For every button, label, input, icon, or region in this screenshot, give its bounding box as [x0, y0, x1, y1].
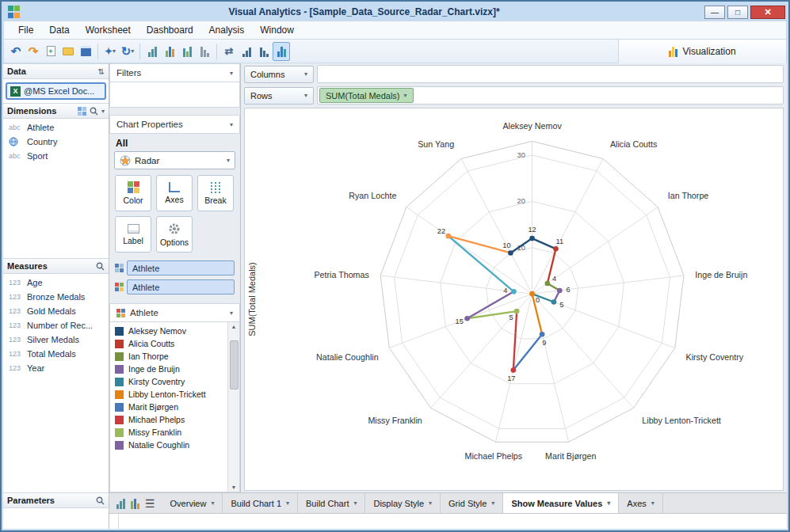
tab-axes[interactable]: Axes▾ [619, 493, 662, 513]
menu-data[interactable]: Data [41, 22, 77, 38]
search-icon[interactable] [96, 496, 105, 505]
dimension-country[interactable]: Country [3, 135, 109, 149]
close-button[interactable]: ✕ [750, 6, 785, 19]
chevron-down-icon[interactable]: ▾ [101, 108, 105, 115]
visualization-tab[interactable]: Visualization [618, 40, 786, 63]
tab-grid-style[interactable]: Grid Style▾ [441, 493, 503, 513]
legend-item[interactable]: Kirsty Coventry [110, 375, 227, 388]
menu-worksheet[interactable]: Worksheet [78, 22, 139, 38]
open-button[interactable] [59, 42, 77, 61]
minimize-button[interactable]: — [704, 6, 725, 19]
legend-header[interactable]: Athlete ▾ [109, 303, 240, 322]
measure-gold-medals[interactable]: 123Gold Medals [3, 304, 109, 318]
chart-lines-button[interactable] [196, 42, 213, 61]
label-button[interactable]: Label [115, 216, 151, 253]
show-chart-button[interactable] [273, 42, 290, 61]
chart-type-select[interactable]: Radar ▾ [114, 151, 235, 169]
sort-ascending-button[interactable] [238, 42, 255, 61]
rows-field-pill[interactable]: SUM(Total Medals) ▾ [319, 88, 414, 103]
scroll-up-icon[interactable]: ▲ [231, 324, 237, 329]
123-icon: 123 [9, 307, 23, 315]
undo-button[interactable]: ↶ [7, 42, 25, 61]
legend-item[interactable]: Ian Thorpe [110, 350, 227, 363]
athlete-field-pill[interactable]: Athlete [127, 279, 235, 294]
chart-properties-header[interactable]: Chart Properties ▾ [109, 115, 240, 134]
chart-stacked-button[interactable] [161, 42, 178, 61]
redo-button[interactable]: ↷ [25, 42, 42, 61]
tab-build-chart-1[interactable]: Build Chart 1▾ [223, 493, 298, 513]
dimension-athlete[interactable]: abc Athlete [3, 120, 109, 135]
legend-title: Athlete [130, 308, 158, 317]
show-chart-icon [277, 46, 286, 57]
legend-item[interactable]: Natalie Coughlin [110, 439, 227, 451]
tab-show-measure-values[interactable]: Show Measure Values▾ [503, 493, 619, 513]
menu-window[interactable]: Window [252, 22, 302, 38]
columns-shelf-button[interactable]: Columns ▾ [244, 66, 314, 83]
break-button[interactable]: Break [197, 175, 234, 211]
rows-shelf[interactable]: SUM(Total Medals) ▾ [317, 86, 784, 104]
menu-file[interactable]: File [10, 22, 41, 38]
sort-descending-button[interactable] [255, 42, 273, 61]
svg-text:0: 0 [536, 296, 540, 304]
measure-bronze-medals[interactable]: 123Bronze Medals [3, 290, 109, 304]
search-icon[interactable] [90, 107, 98, 116]
measure-year[interactable]: 123Year [3, 361, 109, 375]
menu-analysis[interactable]: Analysis [201, 22, 253, 38]
legend-item[interactable]: Libby Lenton-Trickett [110, 388, 227, 401]
dimension-label: Country [27, 137, 58, 146]
swap-axes-icon: ⇄ [225, 46, 234, 56]
scroll-down-icon[interactable]: ▼ [231, 484, 237, 490]
chevron-down-icon: ▾ [211, 500, 214, 507]
legend-scrollbar[interactable]: ▲ ▼ [227, 322, 239, 492]
measures-panel-header[interactable]: Measures [3, 258, 109, 274]
dimension-sport[interactable]: abc Sport [3, 149, 109, 163]
color-button[interactable]: Color [115, 175, 151, 211]
options-button[interactable]: Options [156, 216, 193, 253]
search-icon[interactable] [96, 262, 105, 271]
columns-shelf[interactable] [317, 65, 784, 83]
measure-age[interactable]: 123Age [3, 276, 109, 290]
measure-number-of-records[interactable]: 123Number of Rec... [3, 318, 109, 332]
svg-text:10: 10 [502, 241, 510, 249]
scrollbar-thumb[interactable] [230, 340, 239, 390]
svg-text:Inge de Bruijn: Inge de Bruijn [695, 270, 747, 279]
dimensions-panel-header[interactable]: Dimensions ▾ [3, 103, 109, 119]
legend-item[interactable]: Marit Bjørgen [110, 401, 227, 413]
refresh-button[interactable]: ↻▾ [119, 42, 136, 61]
filters-header[interactable]: Filters ▾ [109, 63, 240, 82]
svg-text:4: 4 [503, 287, 507, 294]
data-panel-header[interactable]: Data ⇅ [3, 63, 109, 79]
tab-display-style[interactable]: Display Style▾ [365, 493, 441, 513]
swap-axes-button[interactable]: ⇄ [220, 42, 238, 61]
save-button[interactable] [77, 42, 94, 61]
svg-text:9: 9 [542, 339, 546, 347]
chart-bars-button[interactable] [178, 42, 196, 61]
legend-item[interactable]: Aleksey Nemov [110, 325, 227, 337]
legend-item[interactable]: Alicia Coutts [110, 337, 227, 350]
chart-columns-button[interactable] [143, 42, 161, 61]
legend-item[interactable]: Inge de Bruijn [110, 363, 227, 375]
new-worksheet-button[interactable]: + [42, 42, 59, 61]
filters-shelf[interactable] [109, 82, 240, 108]
data-source-item[interactable]: X @MS Excel Doc... [6, 82, 106, 100]
new-dashboard-icon[interactable] [131, 498, 139, 509]
maximize-button[interactable]: □ [727, 6, 748, 19]
measure-total-medals[interactable]: 123Total Medals [3, 347, 109, 361]
athlete-field-pill[interactable]: Athlete [127, 260, 235, 276]
tab-build-chart[interactable]: Build Chart▾ [298, 493, 365, 513]
measure-silver-medals[interactable]: 123Silver Medals [3, 332, 109, 347]
rows-shelf-button[interactable]: Rows ▾ [244, 87, 314, 104]
chevron-down-icon: ▾ [304, 92, 307, 99]
parameters-panel-header[interactable]: Parameters [3, 492, 109, 508]
tab-label: Grid Style [448, 499, 487, 508]
format-button[interactable]: ✦▾ [101, 42, 119, 61]
sheet-list-icon[interactable]: ☰ [145, 498, 155, 509]
tab-overview[interactable]: Overview▾ [162, 493, 223, 513]
legend-item[interactable]: Michael Phelps [110, 413, 227, 426]
legend-item[interactable]: Missy Franklin [110, 426, 227, 439]
new-sheet-icon[interactable] [116, 498, 125, 509]
123-icon: 123 [9, 364, 23, 372]
menu-dashboard[interactable]: Dashboard [139, 22, 201, 38]
axes-label: Axes [165, 195, 183, 204]
axes-button[interactable]: Axes [156, 175, 193, 211]
